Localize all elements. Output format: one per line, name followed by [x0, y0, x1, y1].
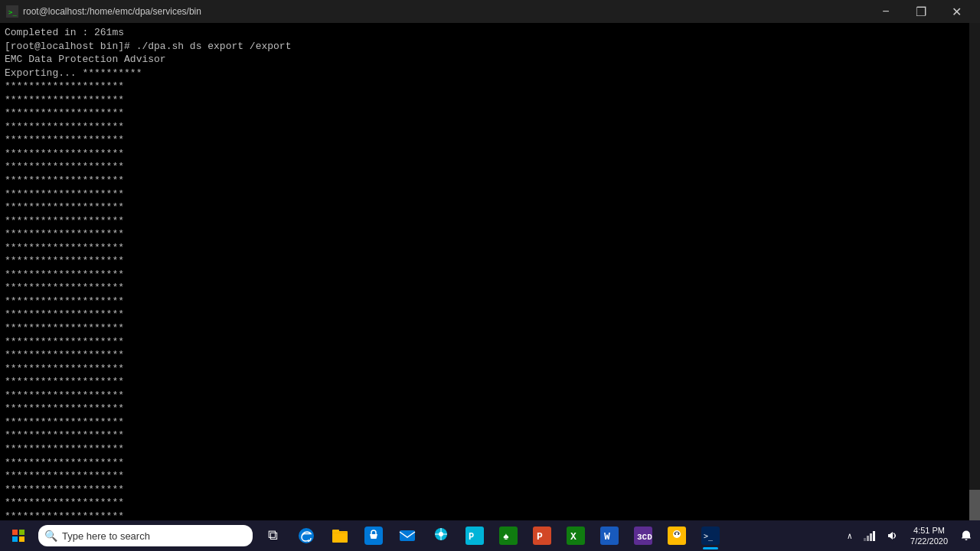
- terminal-line: ********************: [5, 469, 975, 483]
- terminal-line: ********************: [5, 160, 975, 174]
- chevron-up-icon: ∧: [847, 531, 852, 541]
- svg-text:>_: >_: [8, 8, 17, 16]
- network-icon: [863, 530, 875, 542]
- terminal-line: ********************: [5, 281, 975, 295]
- svg-rect-10: [400, 530, 415, 541]
- svg-rect-8: [332, 530, 339, 533]
- svg-text:3CD: 3CD: [637, 533, 652, 542]
- terminal-taskbar-icon: >_: [701, 527, 720, 545]
- terminal-line: ********************: [5, 120, 975, 134]
- time-display: 4:51 PM: [913, 525, 945, 536]
- taskbar-app-paint3d[interactable]: P: [458, 520, 492, 551]
- 3dviewer-icon: 3CD: [634, 527, 652, 545]
- edge-icon: [297, 527, 315, 545]
- terminal-line: [root@localhost bin]# ./dpa.sh ds export…: [5, 40, 975, 54]
- svg-point-28: [678, 533, 679, 535]
- close-button[interactable]: ✕: [939, 0, 974, 23]
- terminal-line: ********************: [5, 429, 975, 442]
- task-view-icon: ⧉: [268, 528, 278, 543]
- terminal-line: ********************: [5, 375, 975, 389]
- terminal-line: ********************: [5, 510, 975, 520]
- svg-text:W: W: [604, 531, 610, 543]
- terminal-line: ********************: [5, 335, 975, 349]
- date-display: 7/22/2020: [910, 536, 948, 546]
- taskbar-tray: ∧ 4:51 PM 7/22/2020: [842, 520, 980, 551]
- svg-rect-3: [19, 530, 24, 535]
- terminal-line: Exporting... **********: [5, 67, 975, 80]
- terminal-line: ********************: [5, 456, 975, 470]
- taskbar-app-edge[interactable]: [289, 520, 323, 551]
- store-icon: [364, 527, 383, 545]
- terminal-icon: >_: [6, 5, 18, 18]
- title-bar-left: >_ root@localhost:/home/emc/dpa/services…: [6, 5, 201, 18]
- terminal-line: Completed in : 261ms: [5, 26, 975, 40]
- terminal-line: ********************: [5, 227, 975, 241]
- search-placeholder: Type here to search: [62, 530, 150, 542]
- taskbar-app-powerpoint[interactable]: P: [525, 520, 559, 551]
- terminal-line: ********************: [5, 106, 975, 120]
- maps-icon: [432, 527, 450, 545]
- svg-text:P: P: [537, 531, 543, 543]
- show-hidden-icons[interactable]: ∧: [842, 520, 857, 551]
- terminal-line: ********************: [5, 201, 975, 214]
- volume-icon: [886, 530, 898, 542]
- svg-rect-2: [12, 530, 18, 535]
- svg-text:P: P: [469, 532, 474, 543]
- taskbar-app-terminal[interactable]: >_: [694, 520, 727, 551]
- terminal-output[interactable]: Completed in : 261ms[root@localhost bin]…: [0, 23, 980, 520]
- terminal-line: ********************: [5, 402, 975, 416]
- paint3d-icon: P: [466, 527, 484, 545]
- taskbar-search-bar[interactable]: 🔍 Type here to search: [38, 525, 253, 546]
- taskbar-app-word[interactable]: W: [593, 520, 626, 551]
- svg-rect-33: [870, 533, 872, 541]
- terminal-line: ********************: [5, 241, 975, 255]
- maximize-button[interactable]: ❐: [903, 0, 939, 23]
- svg-rect-34: [873, 531, 875, 541]
- notification-area[interactable]: [956, 520, 977, 551]
- clock-area[interactable]: 4:51 PM 7/22/2020: [904, 520, 954, 551]
- taskbar-app-3dviewer[interactable]: 3CD: [626, 520, 660, 551]
- volume-icon-area[interactable]: [881, 520, 903, 551]
- terminal-line: ********************: [5, 362, 975, 376]
- terminal-line: ********************: [5, 321, 975, 335]
- terminal-line: ********************: [5, 442, 975, 456]
- taskbar-app-feedback[interactable]: [660, 520, 694, 551]
- title-bar-controls: − ❐ ✕: [868, 0, 974, 23]
- network-icon-area[interactable]: [858, 520, 880, 551]
- file-explorer-icon: [331, 527, 349, 545]
- svg-rect-5: [19, 536, 24, 542]
- taskbar-app-maps[interactable]: [424, 520, 458, 551]
- terminal-line: ********************: [5, 483, 975, 497]
- excel-icon: X: [567, 527, 585, 545]
- svg-point-12: [439, 532, 443, 536]
- taskbar-app-file-explorer[interactable]: [323, 520, 357, 551]
- scrollbar-thumb[interactable]: [969, 490, 980, 520]
- terminal-line: ********************: [5, 308, 975, 321]
- taskbar-app-mail[interactable]: [390, 520, 424, 551]
- scrollbar[interactable]: [969, 23, 980, 520]
- svg-rect-31: [864, 538, 866, 541]
- taskbar-app-task-view[interactable]: ⧉: [256, 520, 289, 551]
- svg-rect-32: [867, 536, 869, 541]
- title-bar: >_ root@localhost:/home/emc/dpa/services…: [0, 0, 980, 23]
- terminal-line: ********************: [5, 187, 975, 201]
- svg-text:>_: >_: [704, 532, 714, 541]
- terminal-line: ********************: [5, 80, 975, 93]
- svg-text:♠: ♠: [503, 531, 509, 543]
- terminal-line: ********************: [5, 214, 975, 228]
- start-button[interactable]: [0, 520, 37, 551]
- terminal-line: ********************: [5, 254, 975, 268]
- taskbar-app-excel[interactable]: X: [559, 520, 593, 551]
- taskbar: 🔍 Type here to search ⧉: [0, 520, 980, 551]
- minimize-button[interactable]: −: [868, 0, 903, 23]
- svg-rect-4: [12, 536, 18, 542]
- taskbar-app-solitaire[interactable]: ♠: [492, 520, 525, 551]
- terminal-line: ********************: [5, 147, 975, 161]
- terminal-line: ********************: [5, 496, 975, 510]
- svg-text:X: X: [570, 531, 577, 543]
- word-icon: W: [600, 527, 619, 545]
- taskbar-app-store[interactable]: [357, 520, 390, 551]
- mail-icon: [398, 527, 416, 545]
- terminal-line: ********************: [5, 93, 975, 107]
- terminal-line: ********************: [5, 295, 975, 308]
